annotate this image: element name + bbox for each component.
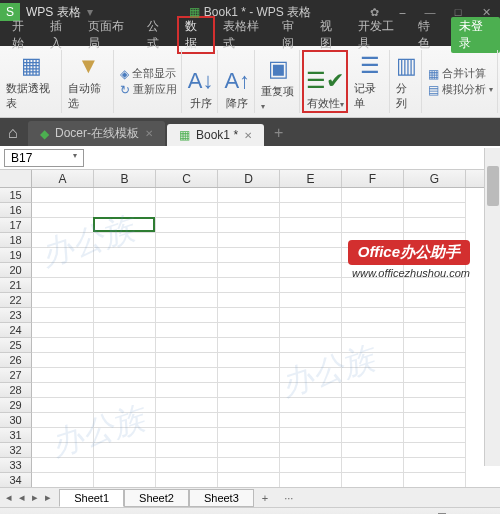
- cell-G21[interactable]: [404, 278, 466, 293]
- home-icon[interactable]: ⌂: [4, 120, 22, 146]
- row-header-15[interactable]: 15: [0, 188, 32, 203]
- cell-G19[interactable]: [404, 248, 466, 263]
- cell-D26[interactable]: [218, 353, 280, 368]
- cell-D17[interactable]: [218, 218, 280, 233]
- cell-B31[interactable]: [94, 428, 156, 443]
- menu-公式[interactable]: 公式: [139, 16, 177, 54]
- cell-F17[interactable]: [342, 218, 404, 233]
- row-header-26[interactable]: 26: [0, 353, 32, 368]
- cell-F25[interactable]: [342, 338, 404, 353]
- cell-E21[interactable]: [280, 278, 342, 293]
- cell-D22[interactable]: [218, 293, 280, 308]
- cell-A29[interactable]: [32, 398, 94, 413]
- close-tab-icon[interactable]: ✕: [145, 128, 153, 139]
- menu-开发工具[interactable]: 开发工具: [350, 16, 410, 54]
- cell-D28[interactable]: [218, 383, 280, 398]
- cell-C23[interactable]: [156, 308, 218, 323]
- cell-C25[interactable]: [156, 338, 218, 353]
- cell-A18[interactable]: [32, 233, 94, 248]
- cell-D34[interactable]: [218, 473, 280, 488]
- menu-特色[interactable]: 特色: [410, 16, 448, 54]
- col-header-F[interactable]: F: [342, 170, 404, 187]
- cell-B20[interactable]: [94, 263, 156, 278]
- cell-D27[interactable]: [218, 368, 280, 383]
- cell-G33[interactable]: [404, 458, 466, 473]
- cell-E23[interactable]: [280, 308, 342, 323]
- row-header-23[interactable]: 23: [0, 308, 32, 323]
- row-header-29[interactable]: 29: [0, 398, 32, 413]
- cell-B33[interactable]: [94, 458, 156, 473]
- cell-C30[interactable]: [156, 413, 218, 428]
- consolidate-button[interactable]: ▦合并计算: [428, 66, 493, 81]
- cell-D18[interactable]: [218, 233, 280, 248]
- cell-C22[interactable]: [156, 293, 218, 308]
- cell-E25[interactable]: [280, 338, 342, 353]
- cell-D19[interactable]: [218, 248, 280, 263]
- cell-C18[interactable]: [156, 233, 218, 248]
- sort-asc-button[interactable]: A↓ 升序: [184, 50, 219, 113]
- cell-D21[interactable]: [218, 278, 280, 293]
- cell-C19[interactable]: [156, 248, 218, 263]
- cell-E16[interactable]: [280, 203, 342, 218]
- cell-G16[interactable]: [404, 203, 466, 218]
- cell-D16[interactable]: [218, 203, 280, 218]
- cell-G20[interactable]: [404, 263, 466, 278]
- cell-B28[interactable]: [94, 383, 156, 398]
- cell-A20[interactable]: [32, 263, 94, 278]
- cell-D20[interactable]: [218, 263, 280, 278]
- cell-C15[interactable]: [156, 188, 218, 203]
- pivot-table-button[interactable]: ▦ 数据透视表: [2, 50, 62, 113]
- cell-F24[interactable]: [342, 323, 404, 338]
- cell-C32[interactable]: [156, 443, 218, 458]
- cell-B27[interactable]: [94, 368, 156, 383]
- cell-F28[interactable]: [342, 383, 404, 398]
- cell-G32[interactable]: [404, 443, 466, 458]
- cell-B17[interactable]: [94, 218, 156, 233]
- cell-E32[interactable]: [280, 443, 342, 458]
- name-box[interactable]: B17▾: [4, 149, 84, 167]
- row-header-20[interactable]: 20: [0, 263, 32, 278]
- menu-审阅[interactable]: 审阅: [274, 16, 312, 54]
- row-header-24[interactable]: 24: [0, 323, 32, 338]
- col-header-B[interactable]: B: [94, 170, 156, 187]
- cell-F18[interactable]: [342, 233, 404, 248]
- cell-G25[interactable]: [404, 338, 466, 353]
- row-header-22[interactable]: 22: [0, 293, 32, 308]
- cell-D33[interactable]: [218, 458, 280, 473]
- cell-E17[interactable]: [280, 218, 342, 233]
- cell-F29[interactable]: [342, 398, 404, 413]
- cell-E19[interactable]: [280, 248, 342, 263]
- cell-F21[interactable]: [342, 278, 404, 293]
- row-header-33[interactable]: 33: [0, 458, 32, 473]
- cell-A25[interactable]: [32, 338, 94, 353]
- cell-G27[interactable]: [404, 368, 466, 383]
- cell-E29[interactable]: [280, 398, 342, 413]
- col-header-E[interactable]: E: [280, 170, 342, 187]
- cell-B15[interactable]: [94, 188, 156, 203]
- menu-插入[interactable]: 插入: [42, 16, 80, 54]
- cell-F34[interactable]: [342, 473, 404, 488]
- form-button[interactable]: ☰ 记录单: [350, 50, 390, 113]
- cell-E24[interactable]: [280, 323, 342, 338]
- vertical-scrollbar[interactable]: [484, 148, 500, 466]
- cell-D29[interactable]: [218, 398, 280, 413]
- cell-G28[interactable]: [404, 383, 466, 398]
- cell-G15[interactable]: [404, 188, 466, 203]
- cell-F26[interactable]: [342, 353, 404, 368]
- tab-book1[interactable]: ▦ Book1 * ✕: [167, 124, 264, 146]
- cell-C31[interactable]: [156, 428, 218, 443]
- cell-F15[interactable]: [342, 188, 404, 203]
- login-button[interactable]: 未登录: [451, 17, 500, 53]
- cell-D23[interactable]: [218, 308, 280, 323]
- row-header-16[interactable]: 16: [0, 203, 32, 218]
- cell-A26[interactable]: [32, 353, 94, 368]
- cell-B25[interactable]: [94, 338, 156, 353]
- cell-C34[interactable]: [156, 473, 218, 488]
- cell-A21[interactable]: [32, 278, 94, 293]
- cell-E31[interactable]: [280, 428, 342, 443]
- whatif-button[interactable]: ▤模拟分析▾: [428, 82, 493, 97]
- cell-C16[interactable]: [156, 203, 218, 218]
- sort-desc-button[interactable]: A↑ 降序: [220, 50, 255, 113]
- cell-D31[interactable]: [218, 428, 280, 443]
- col-header-D[interactable]: D: [218, 170, 280, 187]
